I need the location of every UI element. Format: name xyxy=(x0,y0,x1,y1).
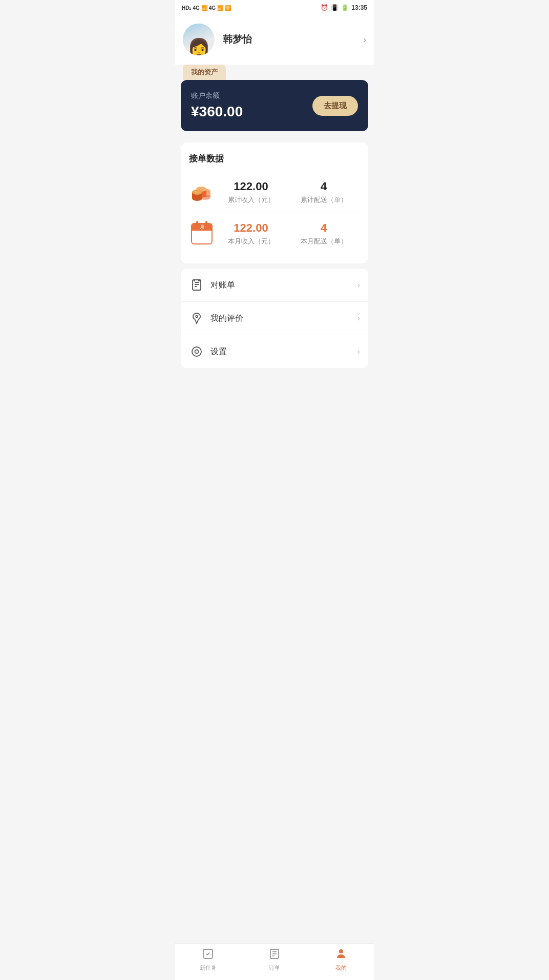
settings-icon xyxy=(189,345,204,358)
vibrate-icon: 📳 xyxy=(331,4,339,11)
stats-title: 接单数据 xyxy=(189,153,360,165)
assets-balance-label: 账户余额 xyxy=(191,91,243,100)
mine-nav-label: 我的 xyxy=(335,964,347,972)
menu-item-review[interactable]: 我的评价 › xyxy=(181,302,368,335)
alarm-icon: ⏰ xyxy=(321,4,328,11)
avatar: 👩 xyxy=(183,24,215,55)
cumulative-income-label: 累计收入（元） xyxy=(228,195,274,205)
monthly-income-label: 本月收入（元） xyxy=(228,237,274,246)
assets-card: 账户余额 ¥360.00 去提现 xyxy=(181,80,368,131)
assets-tab: 我的资产 xyxy=(183,65,226,80)
stats-card: 接单数据 xyxy=(181,142,368,263)
mine-icon xyxy=(335,948,347,962)
monthly-stats-row: 月 122.00 本月收入（元） 4 本月配送（单） xyxy=(189,212,360,253)
cumulative-income-item: 122.00 累计收入（元） xyxy=(228,180,274,205)
cumulative-income-value: 122.00 xyxy=(228,180,274,193)
review-label: 我的评价 xyxy=(210,313,357,324)
statement-chevron-icon: › xyxy=(357,280,360,290)
review-icon xyxy=(189,312,204,324)
nav-item-orders[interactable]: 订单 xyxy=(241,948,308,972)
review-chevron-icon: › xyxy=(357,314,360,323)
monthly-income-value: 122.00 xyxy=(228,221,274,235)
assets-wrapper: 我的资产 账户余额 ¥360.00 去提现 xyxy=(175,65,374,137)
profile-section[interactable]: 👩 韩梦怡 › xyxy=(175,14,374,65)
nav-item-mine[interactable]: 我的 xyxy=(308,948,374,972)
signal-4g: 4G xyxy=(193,5,199,11)
menu-item-statement[interactable]: 对账单 › xyxy=(181,269,368,302)
svg-rect-14 xyxy=(194,279,195,281)
withdraw-button[interactable]: 去提现 xyxy=(312,96,358,116)
profile-chevron-icon: › xyxy=(363,34,366,45)
monthly-data: 122.00 本月收入（元） 4 本月配送（单） xyxy=(215,221,360,246)
status-bar: HD₁ 4G 📶 4G 📶 🛜 ⏰ 📳 🔋 13:35 xyxy=(175,0,374,14)
status-left: HD₁ 4G 📶 4G 📶 🛜 xyxy=(182,5,231,11)
status-right: ⏰ 📳 🔋 13:35 xyxy=(321,4,367,11)
monthly-deliveries-value: 4 xyxy=(301,221,347,235)
battery-icon: 🔋 xyxy=(341,4,349,11)
monthly-deliveries-item: 4 本月配送（单） xyxy=(301,221,347,246)
svg-rect-15 xyxy=(198,279,200,281)
orders-icon xyxy=(268,948,281,962)
calendar-icon: 月 xyxy=(189,223,215,244)
cumulative-deliveries-item: 4 累计配送（单） xyxy=(301,180,347,205)
cumulative-deliveries-label: 累计配送（单） xyxy=(301,195,347,205)
network-label: HD₁ xyxy=(182,5,191,11)
svg-point-17 xyxy=(192,347,201,356)
cumulative-stats-row: 122.00 累计收入（元） 4 累计配送（单） xyxy=(189,175,360,212)
coins-icon xyxy=(189,182,215,202)
settings-chevron-icon: › xyxy=(357,347,360,356)
assets-info: 账户余额 ¥360.00 xyxy=(191,91,243,120)
monthly-income-item: 122.00 本月收入（元） xyxy=(228,221,274,246)
svg-rect-10 xyxy=(193,280,201,290)
svg-point-9 xyxy=(194,191,201,194)
nav-item-new-task[interactable]: 新任务 xyxy=(175,948,241,972)
bottom-nav: 新任务 订单 我的 xyxy=(175,943,374,980)
new-task-nav-label: 新任务 xyxy=(200,964,217,972)
menu-card: 对账单 › 我的评价 › 设置 › xyxy=(181,269,368,368)
signal-4g2: 4G xyxy=(209,5,216,11)
svg-point-24 xyxy=(339,949,343,953)
monthly-deliveries-label: 本月配送（单） xyxy=(301,237,347,246)
menu-item-settings[interactable]: 设置 › xyxy=(181,335,368,368)
svg-point-18 xyxy=(195,350,199,354)
statement-label: 对账单 xyxy=(210,280,357,291)
status-time: 13:35 xyxy=(351,4,367,11)
assets-amount: ¥360.00 xyxy=(191,104,243,120)
new-task-icon xyxy=(202,948,214,962)
orders-nav-label: 订单 xyxy=(269,964,280,972)
settings-label: 设置 xyxy=(210,346,357,357)
statement-icon xyxy=(189,279,204,291)
profile-name: 韩梦怡 xyxy=(223,33,363,46)
cumulative-deliveries-value: 4 xyxy=(301,180,347,193)
svg-point-16 xyxy=(196,316,198,318)
avatar-figure: 👩 xyxy=(187,39,210,55)
cumulative-data: 122.00 累计收入（元） 4 累计配送（单） xyxy=(215,180,360,205)
